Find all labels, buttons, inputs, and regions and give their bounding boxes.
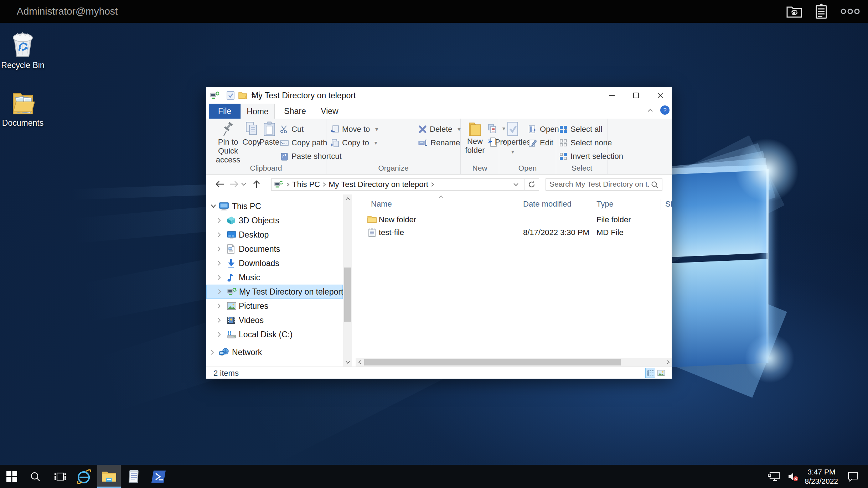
chevron-collapsed-icon[interactable] xyxy=(218,289,221,295)
help-icon[interactable]: ? xyxy=(660,105,670,115)
chevron-expanded-icon[interactable] xyxy=(211,204,216,208)
address-bar[interactable]: This PC My Test Directory on teleport xyxy=(271,178,539,191)
taskbar-internet-explorer[interactable] xyxy=(72,465,96,488)
minimize-ribbon-icon[interactable] xyxy=(647,108,653,113)
taskbar-notepad[interactable] xyxy=(122,465,146,488)
scroll-up-icon[interactable] xyxy=(343,194,352,203)
copy-path-button[interactable]: Copy path xyxy=(280,136,327,149)
tab-share[interactable]: Share xyxy=(280,104,310,119)
tree-scrollbar-thumb[interactable] xyxy=(344,268,351,322)
scroll-right-icon[interactable] xyxy=(664,358,672,367)
invert-selection-button[interactable]: Invert selection xyxy=(559,150,623,163)
file-row-test-file[interactable]: test-file 8/17/2022 3:30 PM MD File xyxy=(356,226,672,239)
sidebar-item-documents[interactable]: Documents xyxy=(206,242,343,256)
move-to-button[interactable]: Move to▼ xyxy=(331,123,379,136)
chevron-collapsed-icon[interactable] xyxy=(211,349,214,355)
chevron-collapsed-icon[interactable] xyxy=(217,260,221,266)
taskbar-search-button[interactable] xyxy=(24,465,47,488)
tray-clock[interactable]: 3:47 PM 8/23/2022 xyxy=(805,467,838,486)
horizontal-scrollbar-thumb[interactable] xyxy=(364,359,621,365)
search-icon[interactable] xyxy=(651,181,659,189)
horizontal-scrollbar[interactable] xyxy=(356,358,672,367)
back-button[interactable] xyxy=(214,177,227,191)
sidebar-item-3d-objects[interactable]: 3D Objects xyxy=(206,213,343,228)
copy-to-button[interactable]: Copy to▼ xyxy=(331,136,378,149)
chevron-collapsed-icon[interactable] xyxy=(217,317,221,323)
chevron-collapsed-icon[interactable] xyxy=(217,303,221,309)
tray-volume-muted-icon[interactable] xyxy=(788,472,799,482)
rename-button[interactable]: Rename xyxy=(418,136,460,149)
breadcrumb-current-folder[interactable]: My Test Directory on teleport xyxy=(326,180,430,189)
chevron-collapsed-icon[interactable] xyxy=(217,275,221,280)
qat-properties-icon[interactable] xyxy=(226,91,235,100)
scroll-down-icon[interactable] xyxy=(343,358,352,367)
task-view-button[interactable] xyxy=(48,465,72,488)
sidebar-item-label: Pictures xyxy=(239,301,268,311)
sidebar-item-downloads[interactable]: Downloads xyxy=(206,256,343,270)
sidebar-item-music[interactable]: Music xyxy=(206,270,343,285)
breadcrumb-chevron-icon xyxy=(286,182,290,187)
properties-button[interactable]: Properties ▼ xyxy=(500,121,526,156)
desktop-icon-recycle-bin[interactable]: Recycle Bin xyxy=(1,29,45,70)
chevron-collapsed-icon[interactable] xyxy=(217,246,221,252)
edit-button[interactable]: Edit xyxy=(528,136,553,149)
taskbar-file-explorer[interactable] xyxy=(97,465,121,488)
copy-path-icon xyxy=(280,139,289,147)
scroll-left-icon[interactable] xyxy=(356,358,364,367)
large-icons-view-button[interactable] xyxy=(656,368,666,378)
chevron-collapsed-icon[interactable] xyxy=(217,218,221,223)
search-input[interactable] xyxy=(546,179,650,190)
window-titlebar[interactable]: My Test Directory on teleport xyxy=(206,87,672,104)
tree-scrollbar[interactable] xyxy=(343,194,352,367)
details-view-button[interactable] xyxy=(645,368,655,378)
tab-file[interactable]: File xyxy=(209,104,241,119)
paste-button[interactable]: Paste xyxy=(259,121,279,146)
start-button[interactable] xyxy=(0,465,24,488)
address-dropdown-chevron-icon[interactable] xyxy=(513,182,519,187)
sidebar-item-videos[interactable]: Videos xyxy=(206,313,343,327)
sidebar-item-local-disk[interactable]: Local Disk (C:) xyxy=(206,327,343,342)
refresh-icon[interactable] xyxy=(527,180,536,189)
taskbar-powershell[interactable] xyxy=(147,465,171,488)
forward-button[interactable] xyxy=(227,177,240,191)
pin-to-quick-access-button[interactable]: Pin to Quick access xyxy=(210,121,247,164)
sidebar-item-pictures[interactable]: Pictures xyxy=(206,299,343,313)
maximize-button[interactable] xyxy=(624,87,648,103)
chevron-collapsed-icon[interactable] xyxy=(217,332,221,337)
cut-button[interactable]: Cut xyxy=(280,123,304,136)
column-header-date-modified[interactable]: Date modified xyxy=(523,199,572,215)
file-row-new-folder[interactable]: New folder File folder xyxy=(356,213,672,226)
column-header-type[interactable]: Type xyxy=(596,199,614,215)
more-options-icon[interactable] xyxy=(840,8,860,15)
action-center-icon[interactable] xyxy=(847,472,859,482)
recent-locations-chevron-icon[interactable] xyxy=(239,177,249,191)
sort-ascending-icon xyxy=(438,195,444,199)
clipboard-icon[interactable] xyxy=(815,4,827,19)
tab-view[interactable]: View xyxy=(315,104,344,119)
file-type: MD File xyxy=(596,228,624,237)
copy-button[interactable]: Copy xyxy=(242,121,261,146)
select-none-button[interactable]: Select none xyxy=(559,136,612,149)
file-transfer-icon[interactable] xyxy=(786,5,802,18)
tray-network-icon[interactable] xyxy=(768,471,780,482)
column-header-size[interactable]: Size xyxy=(665,199,672,215)
up-button[interactable] xyxy=(250,177,263,191)
sidebar-item-teleport-directory[interactable]: My Test Directory on teleport xyxy=(206,285,343,299)
close-button[interactable] xyxy=(648,87,672,103)
breadcrumb-this-pc[interactable]: This PC xyxy=(290,180,322,189)
chevron-collapsed-icon[interactable] xyxy=(217,232,221,238)
select-group-label: Select xyxy=(556,164,608,172)
sidebar-item-desktop[interactable]: Desktop xyxy=(206,228,343,242)
file-explorer-icon xyxy=(101,470,117,483)
sidebar-item-this-pc[interactable]: This PC xyxy=(206,199,343,213)
qat-new-folder-icon[interactable] xyxy=(238,91,247,100)
desktop-icon-documents[interactable]: Documents xyxy=(1,90,45,128)
column-header-name[interactable]: Name xyxy=(371,199,392,215)
tab-home[interactable]: Home xyxy=(241,104,275,119)
minimize-button[interactable] xyxy=(600,87,624,103)
select-all-button[interactable]: Select all xyxy=(559,123,602,136)
new-folder-button[interactable]: New folder xyxy=(463,121,487,155)
search-box[interactable] xyxy=(546,178,662,191)
sidebar-item-network[interactable]: Network xyxy=(206,345,343,359)
delete-button[interactable]: Delete▼ xyxy=(418,123,461,136)
